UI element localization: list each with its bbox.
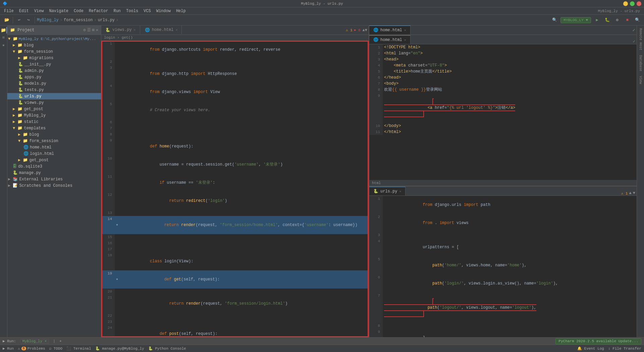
toolbar-open[interactable]: 📂 <box>3 16 11 24</box>
tree-admin-py[interactable]: 🐍 admin.py <box>7 68 101 74</box>
tree-urls-py[interactable]: 🐍 urls.py <box>7 93 101 99</box>
toolbar-redo[interactable]: ↪ <box>24 16 33 24</box>
event-log-link[interactable]: 🔔 Event Log <box>577 346 604 351</box>
tree-external-libs[interactable]: ▶ 📚 External Libraries <box>7 176 101 182</box>
tree-views-py[interactable]: 🐍 views.py <box>7 99 101 106</box>
tree-templates-get-post[interactable]: ▶ 📁 get_post <box>7 157 101 163</box>
tab-python-console[interactable]: 🐍 Python Console <box>148 346 186 351</box>
activity-favorites-icon[interactable]: ★ <box>0 42 7 48</box>
search-everywhere-icon[interactable]: 🔍 <box>550 16 558 24</box>
search-right-icon[interactable]: 🔍 <box>633 16 641 24</box>
tree-get-post-folder[interactable]: ▶ 📁 get_post <box>7 106 101 112</box>
menu-view[interactable]: View <box>32 7 47 15</box>
file-transfer-link[interactable]: ↕ File Transfer <box>608 347 641 351</box>
scroll-down-icon[interactable]: ▼ <box>365 28 367 33</box>
menu-code[interactable]: Code <box>71 7 86 15</box>
tree-templates-folder[interactable]: ▼ 📁 templates <box>7 125 101 131</box>
tab-terminal[interactable]: ⬛ Terminal <box>66 346 91 351</box>
tree-manage-py[interactable]: 🐍 manage.py <box>7 170 101 176</box>
tree-project-label: MyBlog_ly E:\C_python\project\My... <box>18 37 101 41</box>
close-button[interactable] <box>637 1 641 6</box>
sidebar-close-icon[interactable]: ✕ <box>96 28 98 33</box>
tree-init-py[interactable]: 🐍 __init__.py <box>7 61 101 68</box>
migrations-icon: ▶ 📁 <box>7 55 28 60</box>
sidebar-layout-icon[interactable]: ⊞ <box>92 28 95 33</box>
menu-help[interactable]: Help <box>173 7 189 15</box>
breadcrumb-urls[interactable]: urls.py <box>98 18 115 23</box>
tab-home-close[interactable]: ✕ <box>175 28 177 32</box>
tab-problems[interactable]: ⚠ 6 Problems <box>18 346 45 351</box>
tree-home-html-label: home.html <box>29 145 101 150</box>
urls-nav-down[interactable]: ▼ <box>633 191 635 195</box>
menu-navigate[interactable]: Navigate <box>46 7 71 15</box>
debug-button[interactable]: 🐛 <box>603 16 611 24</box>
tree-migrations-folder[interactable]: ▶ 📁 migrations <box>7 55 101 61</box>
menu-run[interactable]: Run <box>111 7 123 15</box>
tab-urls-close-bottom[interactable]: ✕ <box>399 189 401 193</box>
tree-templates-form-session[interactable]: ▼ 📁 form_session <box>7 138 101 144</box>
tree-models-py[interactable]: 🐍 models.py <box>7 80 101 87</box>
menu-vcs[interactable]: VCS <box>141 7 154 15</box>
tab-views-py[interactable]: 🐍 views.py ✕ <box>101 26 140 34</box>
menu-refactor[interactable]: Refactor <box>86 7 111 15</box>
tree-form-session-folder[interactable]: ▼ 📁 form_session <box>7 48 101 55</box>
tab-views-close[interactable]: ✕ <box>134 28 136 32</box>
tree-tests-py[interactable]: 🐍 tests.py <box>7 87 101 93</box>
tree-apps-py[interactable]: 🐍 apps.py <box>7 74 101 80</box>
run-button[interactable]: ▶ <box>593 16 601 24</box>
maximize-button[interactable] <box>630 1 635 6</box>
line-content-20 <box>115 289 369 295</box>
sidebar-settings-icon[interactable]: ☰ <box>87 28 91 33</box>
html-line-5: 5 <title>home主页面</title> <box>369 69 637 75</box>
tree-db-sqlite[interactable]: 🗄 db.sqlite3 <box>7 163 101 170</box>
tree-blog-folder[interactable]: ▶ 📁 blog <box>7 42 101 48</box>
tab-todo[interactable]: ☑ TODO <box>49 346 62 351</box>
scroll-up-icon[interactable]: ▲ <box>363 28 365 33</box>
database-label[interactable]: Database <box>638 54 643 73</box>
tree-scratches[interactable]: ▶ 📝 Scratches and Consoles <box>7 182 101 189</box>
tree-project-root[interactable]: ▼ 📁 MyBlog_ly E:\C_python\project\My... <box>7 36 101 42</box>
sidebar-gear-icon[interactable]: ⚙ <box>83 28 86 33</box>
home-html-content[interactable]: 1 <!DOCTYPE html> 2 <html lang="en"> 3 <… <box>369 44 637 180</box>
tab-home-html-close-right[interactable]: ✕ <box>404 38 406 42</box>
bottom-run-plus[interactable]: + <box>59 339 62 343</box>
tab-home-html-right[interactable]: 🌐 home.html ✕ <box>369 35 411 44</box>
run-config-dropdown-icon: ▼ <box>586 18 588 22</box>
menu-tools[interactable]: Tools <box>123 7 141 15</box>
blog-folder-icon: ▶ 📁 <box>7 43 22 48</box>
toolbar-more[interactable]: ⚙ <box>613 16 621 24</box>
menu-file[interactable]: File <box>1 7 16 15</box>
menu-edit[interactable]: Edit <box>16 7 32 15</box>
remote-host-label[interactable]: Remote Host <box>638 27 643 52</box>
activity-project-icon[interactable]: 📁 <box>0 27 7 34</box>
tab-urls-py[interactable]: 🌐 home.html ✕ <box>369 26 411 34</box>
tree-home-html[interactable]: 🌐 home.html <box>7 144 101 150</box>
urls-nav-up[interactable]: ▲ <box>629 191 632 195</box>
views-code-content[interactable]: 1 from django.shortcuts import render, r… <box>101 41 369 337</box>
minimize-button[interactable] <box>623 1 628 6</box>
tab-urls-close[interactable]: ✕ <box>404 28 406 32</box>
view-label[interactable]: View <box>638 75 643 85</box>
tab-manage[interactable]: 🐍 manage.py@MyBlog_ly <box>95 346 144 351</box>
tab-home-html[interactable]: 🌐 home.html ✕ <box>141 26 182 34</box>
pycharm-update-notification[interactable]: PyCharm 2020.2.5 available Update... <box>555 338 641 344</box>
activity-structure-icon[interactable]: ≡ <box>0 34 7 41</box>
tree-templates-blog[interactable]: ▶ 📁 blog <box>7 131 101 138</box>
tree-login-html[interactable]: 🌐 login.html <box>7 150 101 157</box>
toolbar-undo[interactable]: ↩ <box>15 16 23 24</box>
tab-run[interactable]: ▶ Run <box>3 346 14 351</box>
stop-button[interactable]: ■ <box>623 16 631 24</box>
html-line-content-9: <a href="{% url 'logout' %}">注销</a> <box>383 93 637 123</box>
breadcrumb-root[interactable]: MyBlog_ly <box>37 18 59 23</box>
title-bar: 🔷 MyBlog_ly - urls.py <box>0 0 644 7</box>
tab-urls-py-bottom[interactable]: 🐍 urls.py ✕ <box>369 187 406 195</box>
tree-static-label: static <box>22 120 101 124</box>
toolbar-sep1 <box>13 17 13 24</box>
tree-static-folder[interactable]: ▶ 📁 static <box>7 119 101 125</box>
menu-window[interactable]: Window <box>154 7 173 15</box>
urls-code-content[interactable]: 1 from django.urls import path 2 from . … <box>369 196 637 337</box>
run-config-selector[interactable]: MYBLOG_LY ▼ <box>560 17 591 23</box>
breadcrumb-form-session[interactable]: form_session <box>64 18 93 23</box>
run-tab-myblog[interactable]: MyBlog_ly × <box>20 339 49 344</box>
tree-myblog-folder[interactable]: ▶ 📁 MyBlog_ly <box>7 112 101 119</box>
